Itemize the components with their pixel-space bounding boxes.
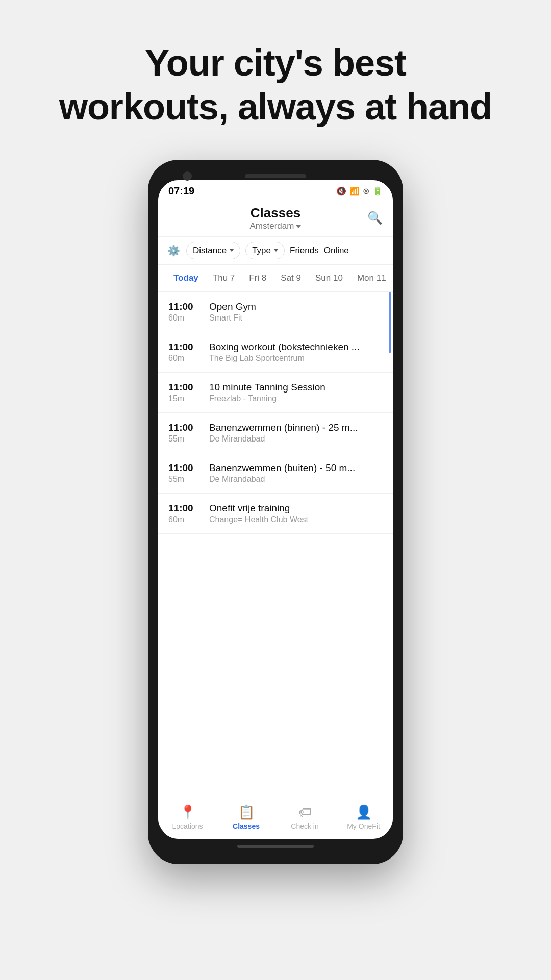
nav-locations[interactable]: 📍 Locations <box>167 804 208 830</box>
distance-chevron-icon <box>230 249 234 252</box>
distance-filter-button[interactable]: Distance <box>186 242 240 259</box>
signal-icon: ⊗ <box>363 186 369 196</box>
tab-mon11[interactable]: Mon 11 <box>350 269 393 287</box>
nav-classes[interactable]: 📋 Classes <box>226 804 267 830</box>
nav-checkin[interactable]: 🏷 Check in <box>285 804 325 830</box>
class-info: Banenzwemmen (buiten) - 50 m... De Miran… <box>209 462 355 484</box>
sliders-icon: ⚙️ <box>167 245 180 256</box>
class-venue: Change= Health Club West <box>209 515 308 524</box>
locations-icon: 📍 <box>180 804 196 820</box>
class-info: Open Gym Smart Fit <box>209 301 256 323</box>
class-name: Onefit vrije training <box>209 503 308 514</box>
type-filter-label: Type <box>252 246 271 256</box>
myonefit-icon: 👤 <box>356 804 372 820</box>
class-hour: 11:00 <box>168 422 199 433</box>
class-time: 11:00 55m <box>168 422 199 444</box>
class-venue: De Mirandabad <box>209 475 355 484</box>
class-venue: Smart Fit <box>209 313 256 323</box>
friends-filter-button[interactable]: Friends <box>290 246 319 256</box>
status-time: 07:19 <box>168 185 194 197</box>
class-info: 10 minute Tanning Session Freezlab - Tan… <box>209 382 325 403</box>
class-duration: 60m <box>168 515 199 524</box>
class-item[interactable]: 11:00 60m Onefit vrije training Change= … <box>158 494 393 534</box>
class-time: 11:00 15m <box>168 382 199 403</box>
class-name: Boxing workout (bokstechnieken ... <box>209 341 360 353</box>
mute-icon: 🔇 <box>336 186 346 196</box>
nav-myonefit[interactable]: 👤 My OneFit <box>343 804 384 830</box>
phone-speaker <box>245 174 306 178</box>
classes-icon: 📋 <box>238 804 255 820</box>
status-bar: 07:19 🔇 📶 ⊗ 🔋 <box>158 180 393 200</box>
phone-screen: 07:19 🔇 📶 ⊗ 🔋 Classes Amsterdam 🔍 ⚙️ <box>158 180 393 839</box>
class-item[interactable]: 11:00 60m Boxing workout (bokstechnieken… <box>158 332 393 373</box>
class-hour: 11:00 <box>168 301 199 312</box>
class-item[interactable]: 11:00 60m Open Gym Smart Fit <box>158 292 393 332</box>
class-hour: 11:00 <box>168 462 199 474</box>
class-venue: The Big Lab Sportcentrum <box>209 354 360 363</box>
class-duration: 55m <box>168 475 199 484</box>
class-item[interactable]: 11:00 15m 10 minute Tanning Session Free… <box>158 373 393 413</box>
search-icon: 🔍 <box>367 211 383 225</box>
battery-icon: 🔋 <box>372 186 383 196</box>
class-duration: 55m <box>168 434 199 444</box>
class-venue: De Mirandabad <box>209 434 358 444</box>
type-chevron-icon <box>274 249 278 252</box>
class-hour: 11:00 <box>168 341 199 353</box>
class-duration: 15m <box>168 394 199 403</box>
app-title: Classes <box>168 205 383 221</box>
checkin-label: Check in <box>291 822 318 830</box>
tab-sat9[interactable]: Sat 9 <box>273 269 308 287</box>
class-duration: 60m <box>168 313 199 323</box>
phone-top <box>158 170 393 180</box>
bottom-nav: 📍 Locations 📋 Classes 🏷 Check in 👤 My On… <box>158 799 393 839</box>
hero-line1: Your city's best <box>145 42 406 83</box>
app-header: Classes Amsterdam 🔍 <box>158 200 393 237</box>
distance-filter-label: Distance <box>193 246 227 256</box>
date-tabs: Today Thu 7 Fri 8 Sat 9 Sun 10 Mon 11 Tu… <box>158 265 393 292</box>
phone-home-bar <box>237 845 314 848</box>
class-info: Onefit vrije training Change= Health Clu… <box>209 503 308 524</box>
class-time: 11:00 60m <box>168 503 199 524</box>
tab-thu7[interactable]: Thu 7 <box>206 269 242 287</box>
location-label: Amsterdam <box>250 221 294 231</box>
class-time: 11:00 60m <box>168 341 199 363</box>
phone-device: 07:19 🔇 📶 ⊗ 🔋 Classes Amsterdam 🔍 ⚙️ <box>148 160 403 864</box>
filter-sliders-button[interactable]: ⚙️ <box>166 243 181 258</box>
status-icons: 🔇 📶 ⊗ 🔋 <box>336 186 383 196</box>
class-info: Banenzwemmen (binnen) - 25 m... De Miran… <box>209 422 358 444</box>
class-hour: 11:00 <box>168 382 199 393</box>
tab-fri8[interactable]: Fri 8 <box>242 269 273 287</box>
class-hour: 11:00 <box>168 503 199 514</box>
search-button[interactable]: 🔍 <box>367 211 383 225</box>
class-name: Banenzwemmen (buiten) - 50 m... <box>209 462 355 474</box>
classes-label: Classes <box>233 822 260 830</box>
class-time: 11:00 60m <box>168 301 199 323</box>
classes-list: 11:00 60m Open Gym Smart Fit 11:00 60m B… <box>158 292 393 799</box>
myonefit-label: My OneFit <box>347 822 380 830</box>
phone-camera <box>183 172 192 181</box>
hero-section: Your city's best workouts, always at han… <box>59 41 492 129</box>
class-time: 11:00 55m <box>168 462 199 484</box>
location-selector[interactable]: Amsterdam <box>168 221 383 231</box>
checkin-icon: 🏷 <box>298 804 312 820</box>
class-item[interactable]: 11:00 55m Banenzwemmen (buiten) - 50 m..… <box>158 453 393 494</box>
locations-label: Locations <box>172 822 203 830</box>
class-name: 10 minute Tanning Session <box>209 382 325 393</box>
location-chevron-icon <box>296 225 301 228</box>
scroll-indicator <box>389 292 391 353</box>
tab-sun10[interactable]: Sun 10 <box>308 269 350 287</box>
hero-title: Your city's best workouts, always at han… <box>59 41 492 129</box>
class-name: Open Gym <box>209 301 256 312</box>
hero-line2: workouts, always at hand <box>59 86 492 127</box>
filter-bar: ⚙️ Distance Type Friends Online <box>158 237 393 265</box>
class-item[interactable]: 11:00 55m Banenzwemmen (binnen) - 25 m..… <box>158 413 393 453</box>
online-filter-button[interactable]: Online <box>324 246 349 256</box>
class-name: Banenzwemmen (binnen) - 25 m... <box>209 422 358 433</box>
class-duration: 60m <box>168 354 199 363</box>
tab-today[interactable]: Today <box>166 269 206 287</box>
class-venue: Freezlab - Tanning <box>209 394 325 403</box>
class-info: Boxing workout (bokstechnieken ... The B… <box>209 341 360 363</box>
wifi-icon: 📶 <box>349 186 360 196</box>
type-filter-button[interactable]: Type <box>245 242 285 259</box>
